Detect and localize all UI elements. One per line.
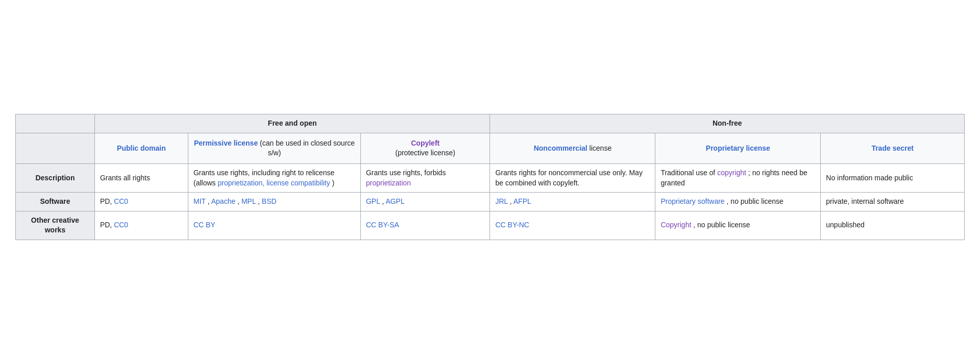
link-jrl[interactable]: JRL	[495, 197, 507, 205]
link-proprietization-copyleft[interactable]: proprietization	[366, 179, 411, 187]
public-domain-label: Public domain	[117, 144, 166, 152]
cell-desc-proprietary: Traditional use of copyright ; no rights…	[655, 163, 821, 192]
header-empty-top	[16, 114, 95, 133]
cell-desc-trade: No information made public	[821, 163, 965, 192]
header-noncommercial: Noncommercial license	[490, 133, 655, 163]
sw-proprietary-text: , no public license	[727, 197, 783, 205]
cell-desc-permissive: Grants use rights, including right to re…	[188, 163, 360, 192]
permissive-label: Permissive license	[194, 139, 258, 147]
link-mit[interactable]: MIT	[193, 197, 206, 205]
desc-noncommercial-text: Grants rights for noncommercial use only…	[495, 169, 642, 187]
cell-sw-permissive: MIT , Apache , MPL , BSD	[188, 193, 360, 211]
header-row-sub: Public domain Permissive license (can be…	[16, 133, 965, 163]
license-comparison-table: Free and open Non-free Public domain Per…	[15, 114, 965, 240]
row-header-software: Software	[16, 193, 95, 211]
desc-copyleft-text1: Grants use rights, forbids	[366, 169, 446, 177]
proprietary-label: Proprietary license	[706, 144, 770, 152]
row-description: Description Grants all rights Grants use…	[16, 163, 965, 192]
cw-proprietary-text: , no public license	[693, 221, 750, 229]
desc-permissive-text2: )	[332, 179, 335, 187]
sw-permissive-sep3: ,	[258, 197, 262, 205]
cell-desc-copyleft: Grants use rights, forbids proprietizati…	[360, 163, 490, 192]
permissive-suffix: (can be used in closed source s/w)	[260, 139, 355, 157]
link-copyright-desc[interactable]: copyright	[717, 169, 746, 177]
link-copyright-cw[interactable]: Copyright	[660, 221, 691, 229]
cell-cw-noncommercial: CC BY-NC	[490, 211, 655, 240]
cell-cw-trade: unpublished	[821, 211, 965, 240]
link-cc-by-nc[interactable]: CC BY-NC	[495, 221, 529, 229]
sw-trade-text: private, internal software	[826, 197, 904, 205]
link-proprietary-sw[interactable]: Proprietary software	[660, 197, 724, 205]
header-copyleft: Copyleft (protective license)	[360, 133, 490, 163]
copyleft-label: Copyleft	[411, 139, 439, 147]
header-public-domain: Public domain	[94, 133, 188, 163]
link-bsd[interactable]: BSD	[262, 197, 277, 205]
cell-sw-noncommercial: JRL , AFPL	[490, 193, 655, 211]
link-cc-by[interactable]: CC BY	[193, 221, 215, 229]
cell-cw-public: PD, CC0	[94, 211, 188, 240]
cw-trade-text: unpublished	[826, 221, 865, 229]
sw-public-text: PD,	[100, 197, 114, 205]
row-creative-works: Other creative works PD, CC0 CC BY CC BY…	[16, 211, 965, 240]
header-permissive: Permissive license (can be used in close…	[188, 133, 360, 163]
cell-desc-public: Grants all rights	[94, 163, 188, 192]
link-cc-by-sa[interactable]: CC BY-SA	[366, 221, 399, 229]
header-sub-empty	[16, 133, 95, 163]
cw-public-text: PD,	[100, 221, 114, 229]
row-header-description: Description	[16, 163, 95, 192]
header-free-open: Free and open	[94, 114, 490, 133]
link-cc0-sw[interactable]: CC0	[114, 197, 128, 205]
link-cc0-cw[interactable]: CC0	[114, 221, 128, 229]
noncommercial-label: Noncommercial	[534, 144, 587, 152]
desc-public-text: Grants all rights	[100, 174, 150, 182]
header-non-free: Non-free	[490, 114, 965, 133]
cell-desc-noncommercial: Grants rights for noncommercial use only…	[490, 163, 655, 192]
cell-sw-copyleft: GPL , AGPL	[360, 193, 490, 211]
link-apache[interactable]: Apache	[211, 197, 235, 205]
row-software: Software PD, CC0 MIT , Apache , MPL , BS…	[16, 193, 965, 211]
cell-cw-proprietary: Copyright , no public license	[655, 211, 821, 240]
link-agpl[interactable]: AGPL	[385, 197, 404, 205]
cell-sw-proprietary: Proprietary software , no public license	[655, 193, 821, 211]
trade-secret-label: Trade secret	[871, 144, 914, 152]
desc-trade-text: No information made public	[826, 174, 913, 182]
cell-cw-copyleft: CC BY-SA	[360, 211, 490, 240]
cell-sw-trade: private, internal software	[821, 193, 965, 211]
link-mpl[interactable]: MPL	[241, 197, 256, 205]
link-gpl[interactable]: GPL	[366, 197, 380, 205]
cell-cw-permissive: CC BY	[188, 211, 360, 240]
header-trade-secret: Trade secret	[821, 133, 965, 163]
sw-permissive-sep2: ,	[237, 197, 241, 205]
sw-noncomm-sep: ,	[510, 197, 513, 205]
sw-permissive-sep1: ,	[208, 197, 211, 205]
noncommercial-suffix: license	[590, 144, 612, 152]
header-row-top: Free and open Non-free	[16, 114, 965, 133]
copyleft-suffix: (protective license)	[395, 149, 455, 157]
link-afpl[interactable]: AFPL	[513, 197, 531, 205]
cell-sw-public: PD, CC0	[94, 193, 188, 211]
row-header-creative: Other creative works	[16, 211, 95, 240]
link-proprietization-lc[interactable]: proprietization, license compatibility	[217, 179, 330, 187]
desc-proprietary-text1: Traditional use of	[660, 169, 717, 177]
header-proprietary: Proprietary license	[655, 133, 821, 163]
